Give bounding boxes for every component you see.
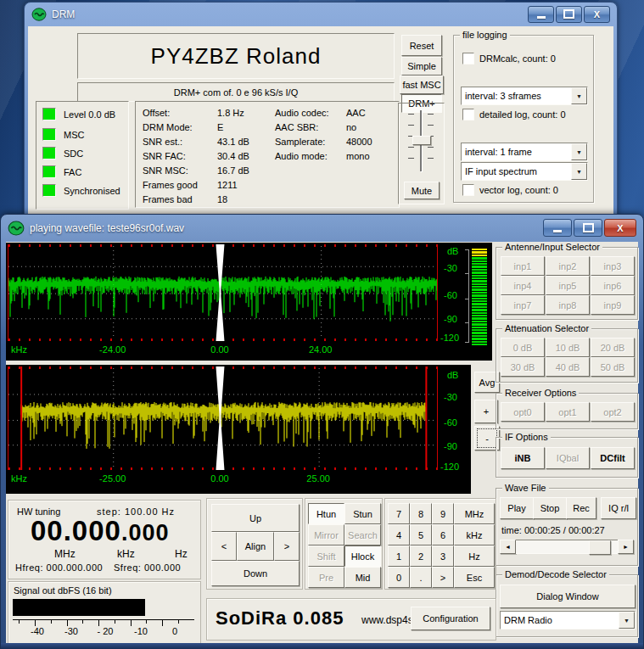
key-7[interactable]: 7 bbox=[388, 503, 410, 524]
key-hz[interactable]: Hz bbox=[454, 545, 495, 567]
align-button[interactable]: Align bbox=[237, 532, 274, 561]
opt0-button[interactable]: opt0 bbox=[501, 402, 545, 422]
axis-unit-label: kHz bbox=[11, 473, 27, 484]
att-50db-button[interactable]: 50 dB bbox=[591, 357, 635, 377]
interval-sframes-dropdown[interactable]: interval: 3 sframes ▼ bbox=[461, 87, 588, 105]
inp2-button[interactable]: inp2 bbox=[546, 256, 590, 276]
pre-button[interactable]: Pre bbox=[308, 567, 344, 588]
stun-button[interactable]: Stun bbox=[344, 503, 381, 524]
key-dot[interactable]: . bbox=[410, 567, 432, 588]
chevron-down-icon[interactable]: ▼ bbox=[571, 163, 587, 180]
vector-log-checkbox-row[interactable]: vector log, count: 0 bbox=[462, 184, 558, 196]
mid-button[interactable]: Mid bbox=[344, 567, 381, 588]
play-button[interactable]: Play bbox=[500, 497, 534, 519]
close-button[interactable]: X bbox=[584, 6, 610, 23]
att-40db-button[interactable]: 40 dB bbox=[546, 357, 590, 377]
iqbal-button[interactable]: IQbal bbox=[546, 447, 590, 469]
fast-msc-button[interactable]: fast MSC bbox=[400, 76, 444, 94]
sodira-titlebar[interactable]: playing wavefile: teste96sr0of.wav X bbox=[1, 215, 643, 241]
mirror-button[interactable]: Mirror bbox=[308, 524, 344, 545]
scroll-left-arrow-icon[interactable]: ◄ bbox=[500, 540, 516, 554]
drm-titlebar[interactable]: DRM X bbox=[25, 3, 617, 25]
key-enter[interactable]: > bbox=[432, 567, 454, 588]
volume-slider[interactable] bbox=[399, 109, 444, 175]
att-0db-button[interactable]: 0 dB bbox=[501, 338, 545, 357]
inp5-button[interactable]: inp5 bbox=[546, 276, 590, 295]
interval-frame-dropdown[interactable]: interval: 1 frame ▼ bbox=[461, 143, 588, 161]
key-9[interactable]: 9 bbox=[432, 503, 454, 524]
inp7-button[interactable]: inp7 bbox=[501, 295, 545, 315]
stop-button[interactable]: Stop bbox=[533, 497, 567, 519]
htun-button[interactable]: Htun bbox=[308, 503, 344, 524]
opt1-button[interactable]: opt1 bbox=[546, 402, 590, 422]
chevron-down-icon[interactable]: ▼ bbox=[571, 143, 587, 160]
tune-right-button[interactable]: > bbox=[274, 532, 300, 561]
tune-up-button[interactable]: Up bbox=[211, 504, 300, 532]
tune-down-button[interactable]: Down bbox=[211, 561, 300, 586]
sdc-label: SDC bbox=[64, 148, 83, 159]
key-mhz[interactable]: MHz bbox=[454, 503, 495, 524]
scrollbar-track[interactable] bbox=[516, 540, 618, 554]
configuration-button[interactable]: Configuration bbox=[411, 607, 490, 630]
spectrum-select-dropdown[interactable]: IF input spectrum ▼ bbox=[461, 162, 588, 181]
att-10db-button[interactable]: 10 dB bbox=[546, 338, 590, 357]
hlock-button[interactable]: Hlock bbox=[344, 545, 381, 567]
db-tick: -120 bbox=[440, 333, 459, 343]
detailed-log-checkbox[interactable] bbox=[462, 109, 474, 120]
minimize-button[interactable] bbox=[528, 6, 554, 23]
vector-log-checkbox[interactable] bbox=[462, 184, 474, 196]
mute-button[interactable]: Mute bbox=[404, 182, 440, 199]
maximize-button[interactable] bbox=[574, 219, 602, 237]
demod-mode-dropdown[interactable]: DRM Radio ▼ bbox=[500, 611, 636, 629]
inp1-button[interactable]: inp1 bbox=[501, 256, 545, 276]
key-6[interactable]: 6 bbox=[432, 524, 454, 545]
att-20db-button[interactable]: 20 dB bbox=[591, 338, 635, 357]
axis-tick: 24.00 bbox=[309, 344, 333, 355]
dcfilt-button[interactable]: DCfilt bbox=[591, 447, 635, 469]
scroll-right-arrow-icon[interactable]: ► bbox=[618, 540, 634, 554]
tune-left-button[interactable]: < bbox=[211, 532, 237, 561]
scrollbar-thumb[interactable] bbox=[589, 540, 611, 555]
frequency-display[interactable]: 00.000.000 bbox=[31, 515, 170, 547]
drmcalc-checkbox-row[interactable]: DRMcalc, count: 0 bbox=[462, 53, 556, 64]
detailed-log-checkbox-row[interactable]: detailed log, count: 0 bbox=[462, 109, 566, 120]
volume-slider-thumb[interactable] bbox=[412, 136, 431, 145]
key-5[interactable]: 5 bbox=[410, 524, 432, 545]
maximize-button[interactable] bbox=[556, 6, 582, 23]
dialog-window-button[interactable]: Dialog Window bbox=[500, 585, 636, 608]
iq-rl-button[interactable]: IQ r/l bbox=[601, 497, 636, 519]
att-30db-button[interactable]: 30 dB bbox=[501, 357, 545, 377]
reset-button[interactable]: Reset bbox=[401, 35, 442, 56]
drmcalc-checkbox[interactable] bbox=[462, 53, 474, 64]
key-khz[interactable]: kHz bbox=[454, 524, 495, 545]
search-button[interactable]: Search bbox=[344, 524, 381, 545]
inp4-button[interactable]: inp4 bbox=[501, 276, 545, 295]
inp8-button[interactable]: inp8 bbox=[546, 295, 590, 315]
chevron-down-icon[interactable]: ▼ bbox=[619, 612, 635, 629]
key-0[interactable]: 0 bbox=[388, 567, 410, 588]
key-esc[interactable]: Esc bbox=[454, 567, 495, 588]
key-1[interactable]: 1 bbox=[388, 545, 410, 567]
key-8[interactable]: 8 bbox=[410, 503, 432, 524]
if-spectrum-display[interactable] bbox=[8, 366, 438, 470]
minimize-button[interactable] bbox=[543, 219, 572, 237]
zoom-in-button[interactable]: + bbox=[474, 400, 498, 423]
close-button[interactable]: X bbox=[604, 219, 636, 237]
inp3-button[interactable]: inp3 bbox=[591, 256, 635, 276]
key-4[interactable]: 4 bbox=[388, 524, 410, 545]
inp6-button[interactable]: inp6 bbox=[591, 276, 635, 295]
samplerate-value: 48000 bbox=[346, 137, 372, 147]
key-3[interactable]: 3 bbox=[432, 545, 454, 567]
simple-button[interactable]: Simple bbox=[401, 57, 442, 76]
inb-button[interactable]: iNB bbox=[501, 447, 545, 469]
shift-button[interactable]: Shift bbox=[308, 545, 344, 567]
inp9-button[interactable]: inp9 bbox=[591, 295, 635, 315]
rec-button[interactable]: Rec bbox=[566, 497, 596, 519]
key-2[interactable]: 2 bbox=[410, 545, 432, 567]
opt2-button[interactable]: opt2 bbox=[591, 402, 635, 422]
level-meter-scale bbox=[468, 249, 469, 343]
mode-line: DRM+ com of. 0 e 96 kS/s I/Q bbox=[174, 87, 298, 98]
wave-position-scrollbar[interactable]: ◄ ► bbox=[500, 540, 634, 554]
chevron-down-icon[interactable]: ▼ bbox=[571, 87, 587, 104]
rf-spectrum-display[interactable] bbox=[8, 244, 438, 341]
